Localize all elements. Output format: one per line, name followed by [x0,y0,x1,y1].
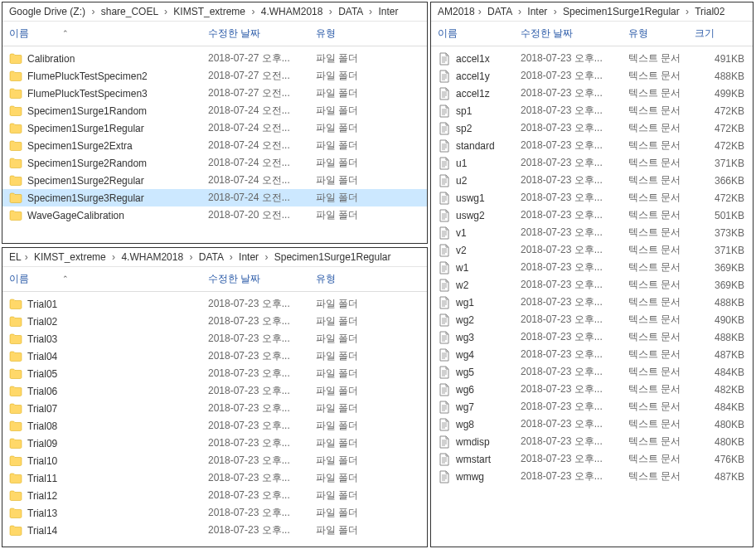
list-item[interactable]: FlumePluckTestSpecimen22018-07-27 오전...파… [2,67,427,85]
list-item[interactable]: Trial072018-07-23 오후...파일 폴더 [2,400,427,417]
list-item[interactable]: wmdisp2018-07-23 오후...텍스트 문서480KB [431,433,753,450]
item-date: 2018-07-23 오후... [208,436,316,450]
breadcrumb-item[interactable]: Inter [378,6,398,17]
list-item[interactable]: uswg22018-07-23 오후...텍스트 문서501KB [431,206,753,224]
list-item[interactable]: Trial022018-07-23 오후...파일 폴더 [2,313,427,330]
list-item[interactable]: Trial112018-07-23 오후...파일 폴더 [2,469,427,487]
list-item[interactable]: Specimen1Surge1Random2018-07-24 오전...파일 … [2,102,427,119]
list-item[interactable]: wg22018-07-23 오후...텍스트 문서490KB [431,311,753,328]
header-date[interactable]: 수정한 날짜 [521,27,628,41]
item-name: wg6 [456,384,521,396]
item-date: 2018-07-23 오후... [208,297,316,311]
list-item[interactable]: accel1x2018-07-23 오후...텍스트 문서491KB [431,50,753,67]
header-name[interactable]: 이름⌃ [9,272,208,286]
breadcrumb-item[interactable]: DATA [199,251,224,263]
list-item[interactable]: wg82018-07-23 오후...텍스트 문서480KB [431,415,753,433]
list-item[interactable]: accel1y2018-07-23 오후...텍스트 문서488KB [431,67,753,85]
list-item[interactable]: wg62018-07-23 오후...텍스트 문서482KB [431,381,753,398]
list-item[interactable]: Trial142018-07-23 오후...파일 폴더 [2,522,427,539]
list-item[interactable]: Specimen1Surge2Extra2018-07-24 오전...파일 폴… [2,137,427,154]
folder-icon [9,507,22,520]
list-item[interactable]: u12018-07-23 오후...텍스트 문서371KB [431,154,753,172]
list-item[interactable]: FlumePluckTestSpecimen32018-07-27 오전...파… [2,85,427,102]
header-type[interactable]: 유형 [316,27,399,41]
breadcrumb-item[interactable]: Inter [527,6,547,17]
header-date[interactable]: 수정한 날짜 [208,272,316,286]
column-headers[interactable]: 이름⌃ 수정한 날짜 유형 [2,22,427,46]
column-headers[interactable]: 이름⌃ 수정한 날짜 유형 [2,267,427,292]
file-list: Trial012018-07-23 오후...파일 폴더Trial022018-… [2,292,427,542]
list-item[interactable]: v12018-07-23 오후...텍스트 문서373KB [431,224,753,241]
list-item[interactable]: wg12018-07-23 오후...텍스트 문서488KB [431,294,753,311]
folder-icon [9,174,22,187]
list-item[interactable]: Trial032018-07-23 오후...파일 폴더 [2,330,427,347]
item-type: 텍스트 문서 [628,400,695,414]
item-size: 472KB [695,140,744,152]
item-name: Trial04 [27,351,208,362]
breadcrumb-item[interactable]: 4.WHAM2018 [121,251,183,263]
list-item[interactable]: Trial132018-07-23 오후...파일 폴더 [2,504,427,522]
header-type[interactable]: 유형 [628,27,695,41]
breadcrumb-item[interactable]: DATA [487,6,512,17]
header-size[interactable]: 크기 [695,27,744,41]
list-item[interactable]: Trial042018-07-23 오후...파일 폴더 [2,347,427,365]
breadcrumb-item[interactable]: AM2018 [438,6,475,17]
item-name: v2 [456,245,521,256]
item-name: standard [456,140,521,152]
list-item[interactable]: wg52018-07-23 오후...텍스트 문서484KB [431,363,753,381]
item-name: sp1 [456,105,521,117]
list-item[interactable]: uswg12018-07-23 오후...텍스트 문서472KB [431,189,753,206]
item-size: 480KB [695,419,744,430]
list-item[interactable]: Trial082018-07-23 오후...파일 폴더 [2,417,427,435]
list-item[interactable]: Trial122018-07-23 오후...파일 폴더 [2,487,427,504]
folder-icon [9,298,22,311]
list-item[interactable]: wmwg2018-07-23 오후...텍스트 문서487KB [431,468,753,485]
list-item[interactable]: Specimen1Surge2Regular2018-07-24 오전...파일… [2,172,427,189]
list-item[interactable]: Trial092018-07-23 오후...파일 폴더 [2,435,427,452]
list-item[interactable]: sp12018-07-23 오후...텍스트 문서472KB [431,102,753,119]
breadcrumb-item[interactable]: share_COEL [101,6,158,17]
list-item[interactable]: accel1z2018-07-23 오후...텍스트 문서499KB [431,85,753,102]
breadcrumb-item[interactable]: KIMST_extreme [34,251,106,263]
breadcrumb[interactable]: EL› KIMST_extreme › 4.WHAM2018 › DATA › … [2,248,427,267]
breadcrumb-item[interactable]: Specimen1Surge1Regular [563,6,680,17]
breadcrumb-item[interactable]: Inter [239,251,259,263]
item-name: accel1x [456,53,521,65]
header-date[interactable]: 수정한 날짜 [208,27,316,41]
header-name[interactable]: 이름 [438,27,521,41]
list-item[interactable]: WaveGageCalibration2018-07-20 오전...파일 폴더 [2,206,427,224]
breadcrumb-item[interactable]: EL [9,251,22,263]
list-item[interactable]: Trial052018-07-23 오후...파일 폴더 [2,365,427,382]
list-item[interactable]: Trial102018-07-23 오후...파일 폴더 [2,452,427,469]
breadcrumb-item[interactable]: DATA [338,6,363,17]
header-type[interactable]: 유형 [316,272,399,286]
list-item[interactable]: wg32018-07-23 오후...텍스트 문서488KB [431,328,753,346]
breadcrumb[interactable]: AM2018› DATA › Inter › Specimen1Surge1Re… [431,2,753,22]
list-item[interactable]: wg72018-07-23 오후...텍스트 문서484KB [431,398,753,415]
list-item[interactable]: Trial062018-07-23 오후...파일 폴더 [2,382,427,400]
column-headers[interactable]: 이름 수정한 날짜 유형 크기 [431,22,753,46]
list-item[interactable]: Specimen1Surge1Regular2018-07-24 오전...파일… [2,119,427,137]
breadcrumb[interactable]: Google Drive (Z:) › share_COEL › KIMST_e… [2,2,427,22]
list-item[interactable]: w12018-07-23 오후...텍스트 문서369KB [431,259,753,276]
item-name: WaveGageCalibration [27,210,208,221]
breadcrumb-item[interactable]: KIMST_extreme [173,6,245,17]
list-item[interactable]: Calibration2018-07-27 오후...파일 폴더 [2,50,427,67]
breadcrumb-item[interactable]: Trial02 [695,6,724,17]
list-item[interactable]: u22018-07-23 오후...텍스트 문서366KB [431,172,753,189]
list-item[interactable]: v22018-07-23 오후...텍스트 문서371KB [431,241,753,259]
list-item[interactable]: standard2018-07-23 오후...텍스트 문서472KB [431,137,753,154]
list-item[interactable]: Specimen1Surge3Regular2018-07-24 오전...파일… [2,189,427,206]
list-item[interactable]: w22018-07-23 오후...텍스트 문서369KB [431,276,753,294]
breadcrumb-item[interactable]: Google Drive (Z:) [9,6,85,17]
list-item[interactable]: sp22018-07-23 오후...텍스트 문서472KB [431,119,753,137]
list-item[interactable]: Specimen1Surge2Random2018-07-24 오전...파일 … [2,154,427,172]
list-item[interactable]: Trial012018-07-23 오후...파일 폴더 [2,295,427,313]
item-date: 2018-07-23 오후... [521,173,628,187]
header-name[interactable]: 이름⌃ [9,27,208,41]
list-item[interactable]: wg42018-07-23 오후...텍스트 문서487KB [431,346,753,363]
item-type: 파일 폴더 [316,506,399,520]
list-item[interactable]: wmstart2018-07-23 오후...텍스트 문서476KB [431,450,753,468]
breadcrumb-item[interactable]: Specimen1Surge1Regular [274,251,391,263]
breadcrumb-item[interactable]: 4.WHAM2018 [261,6,323,17]
